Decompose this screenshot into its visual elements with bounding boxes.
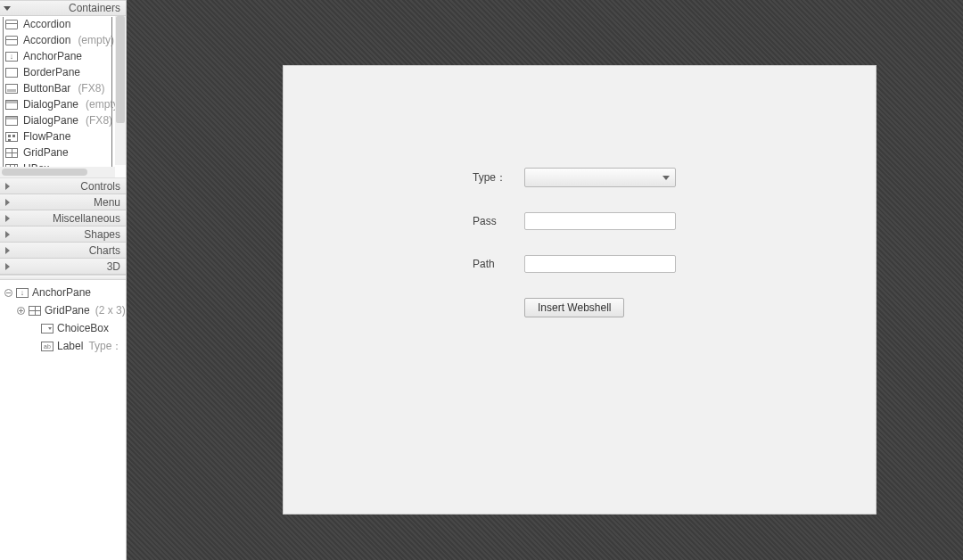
dialogpane-icon [5, 100, 18, 110]
path-input[interactable] [524, 255, 676, 273]
section-header-shapes[interactable]: Shapes [0, 226, 126, 243]
sidebar: Containers Accordion Accordion (empty) [0, 0, 127, 560]
label-icon [41, 342, 54, 351]
section-header-controls[interactable]: Controls [0, 178, 126, 194]
section-title: Containers [69, 2, 120, 14]
tree-node-label[interactable]: Label Type： [0, 337, 126, 355]
expand-icon[interactable] [16, 307, 25, 315]
button-label: Insert Webshell [538, 301, 611, 314]
chevron-right-icon [4, 199, 11, 206]
section-title: Controls [80, 180, 120, 193]
borderpane-icon [5, 68, 18, 78]
tree-node-choicebox[interactable]: ChoiceBox [0, 319, 126, 337]
design-canvas[interactable]: Type： Pass Path Insert Webshell [127, 0, 963, 560]
library-item-borderpane[interactable]: BorderPane [0, 64, 115, 80]
label-path[interactable]: Path [473, 258, 523, 270]
library-panel: Containers Accordion Accordion (empty) [0, 0, 126, 275]
chevron-down-icon [4, 4, 11, 12]
hierarchy-tree: AnchorPane GridPane (2 x 3) ChoiceBox La… [0, 280, 126, 560]
containers-items-list: Accordion Accordion (empty) AnchorPane [0, 16, 115, 177]
label-pass[interactable]: Pass [473, 215, 523, 227]
design-anchorpane[interactable]: Type： Pass Path Insert Webshell [284, 66, 876, 514]
chevron-right-icon [4, 263, 11, 270]
chevron-down-icon [663, 176, 670, 180]
label-type[interactable]: Type： [473, 170, 523, 185]
horizontal-scrollbar-thumb[interactable] [2, 169, 87, 176]
anchorpane-icon [16, 288, 29, 298]
section-title: Miscellaneous [53, 212, 120, 225]
gridpane-icon [5, 148, 18, 158]
tree-node-anchorpane[interactable]: AnchorPane [0, 284, 126, 301]
horizontal-scrollbar[interactable] [0, 167, 115, 177]
section-title: Shapes [84, 228, 120, 241]
tree-node-gridpane[interactable]: GridPane (2 x 3) [0, 301, 126, 319]
collapse-icon[interactable] [4, 289, 12, 297]
section-title: 3D [107, 260, 120, 273]
vertical-scrollbar[interactable] [115, 16, 126, 165]
insert-webshell-button[interactable]: Insert Webshell [524, 298, 624, 317]
choicebox-icon [41, 324, 54, 334]
chevron-right-icon [4, 183, 11, 190]
chevron-right-icon [4, 247, 11, 254]
section-header-miscellaneous[interactable]: Miscellaneous [0, 210, 126, 226]
chevron-right-icon [4, 215, 11, 222]
vertical-scrollbar-thumb[interactable] [116, 16, 125, 123]
chevron-right-icon [4, 231, 11, 238]
section-header-menu[interactable]: Menu [0, 194, 126, 210]
flowpane-icon [5, 132, 18, 142]
section-title: Charts [89, 244, 120, 257]
pass-input[interactable] [524, 212, 676, 230]
type-choicebox[interactable] [524, 168, 676, 187]
section-header-charts[interactable]: Charts [0, 243, 126, 259]
design-gridpane[interactable]: Type： Pass Path Insert Webshell [473, 168, 676, 317]
buttonbar-icon [5, 84, 18, 94]
section-header-containers[interactable]: Containers [0, 0, 126, 16]
dialogpane-icon [5, 116, 18, 126]
gridpane-icon [29, 306, 41, 316]
section-header-3d[interactable]: 3D [0, 259, 126, 275]
section-title: Menu [94, 196, 120, 209]
containers-items-box: Accordion Accordion (empty) AnchorPane [0, 16, 126, 178]
